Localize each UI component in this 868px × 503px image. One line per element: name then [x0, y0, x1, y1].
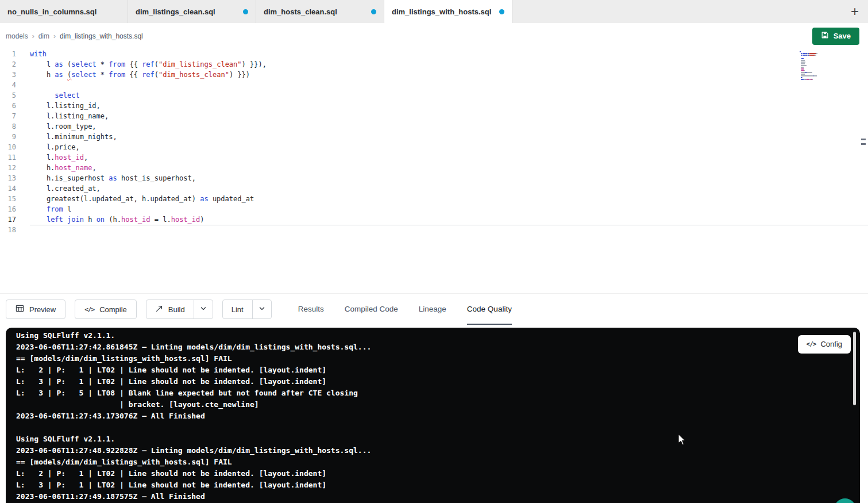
code-line[interactable] [30, 225, 868, 235]
line-number: 6 [0, 101, 16, 111]
terminal-line: L: 3 | P: 1 | LT02 | Line should not be … [16, 479, 850, 491]
terminal-line: == [models/dim/dim_listings_with_hosts.s… [16, 456, 850, 468]
build-dropdown-button[interactable] [194, 300, 213, 318]
new-tab-button[interactable]: + [842, 0, 868, 23]
save-icon [821, 31, 829, 41]
build-split-button: Build [146, 300, 213, 319]
tab-label: no_nulls_in_columns.sql [7, 7, 97, 16]
editor-tab[interactable]: dim_listings_with_hosts.sql [384, 0, 512, 23]
line-number: 11 [0, 152, 16, 163]
table-icon [16, 304, 24, 314]
terminal-line: 2023-06-06T11:27:42.861845Z — Linting mo… [16, 341, 850, 353]
code-line[interactable]: l.price, [30, 142, 868, 152]
line-number: 4 [0, 80, 16, 90]
compile-button[interactable]: </> Compile [75, 300, 137, 319]
code-line[interactable]: l.listing_name, [30, 111, 868, 121]
code-line[interactable]: h.is_superhost as host_is_superhost, [30, 173, 868, 183]
unsaved-dot-icon [371, 9, 376, 14]
tab-label: dim_hosts_clean.sql [264, 7, 337, 16]
line-number: 8 [0, 121, 16, 132]
line-number: 13 [0, 173, 16, 183]
panel-tab-results[interactable]: Results [298, 294, 324, 325]
build-button[interactable]: Build [146, 300, 194, 318]
panel-tab-code-quality[interactable]: Code Quality [467, 294, 512, 325]
code-line[interactable]: select [30, 90, 868, 101]
editor-tab[interactable]: dim_listings_clean.sql [128, 0, 256, 23]
code-line[interactable]: from l [30, 204, 868, 214]
terminal-line: L: 2 | P: 1 | LT02 | Line should not be … [16, 364, 850, 376]
unsaved-dot-icon [243, 9, 248, 14]
preview-label: Preview [29, 305, 56, 314]
code-editor[interactable]: 123456789101112131415161718 with l as (s… [0, 49, 868, 293]
preview-button[interactable]: Preview [6, 300, 65, 319]
chevron-down-icon [259, 304, 265, 314]
chevron-down-icon [200, 304, 207, 314]
code-line[interactable]: l.minimum_nights, [30, 132, 868, 142]
config-button[interactable]: </> Config [798, 335, 851, 354]
editor-code[interactable]: with l as (select * from {{ ref("dim_lis… [30, 49, 868, 293]
code-line[interactable]: h as (select * from {{ ref("dim_hosts_cl… [30, 70, 868, 80]
code-line[interactable]: l.host_id, [30, 152, 868, 163]
line-number: 7 [0, 111, 16, 121]
editor-tab[interactable]: dim_hosts_clean.sql [256, 0, 384, 23]
line-number: 15 [0, 194, 16, 204]
save-button[interactable]: Save [812, 28, 859, 45]
terminal-line: 2023-06-06T11:27:49.187575Z — All Finish… [16, 491, 850, 502]
lint-dropdown-button[interactable] [252, 300, 271, 318]
breadcrumb-separator: › [32, 32, 34, 40]
save-label: Save [834, 32, 851, 40]
terminal-line: L: 2 | P: 1 | LT02 | Line should not be … [16, 468, 850, 479]
tab-label: dim_listings_with_hosts.sql [392, 7, 491, 16]
terminal-line: 2023-06-06T11:27:43.173076Z — All Finish… [16, 410, 850, 422]
code-line[interactable]: l.room_type, [30, 121, 868, 132]
code-line[interactable] [30, 80, 868, 90]
panel-tabs: ResultsCompiled CodeLineageCode Quality [298, 294, 512, 325]
code-line[interactable]: l.listing_id, [30, 101, 868, 111]
breadcrumb-item[interactable]: dim [38, 32, 49, 40]
terminal-scrollbar[interactable] [853, 332, 856, 405]
terminal-output: Using SQLFluff v2.1.1.2023-06-06T11:27:4… [16, 330, 850, 502]
terminal-line: Using SQLFluff v2.1.1. [16, 433, 850, 445]
panel-tab-lineage[interactable]: Lineage [419, 294, 446, 325]
line-number: 16 [0, 204, 16, 214]
lint-label: Lint [232, 305, 244, 314]
line-number: 10 [0, 142, 16, 152]
config-label: Config [820, 339, 842, 350]
unsaved-dot-icon [499, 9, 504, 14]
editor-gutter: 123456789101112131415161718 [0, 49, 30, 293]
terminal-area: Using SQLFluff v2.1.1.2023-06-06T11:27:4… [0, 325, 868, 503]
panel-tab-compiled-code[interactable]: Compiled Code [345, 294, 398, 325]
line-number: 17 [0, 214, 16, 225]
code-line[interactable]: left join h on (h.host_id = l.host_id) [30, 214, 868, 225]
editor-scrollbar-marker[interactable] [861, 139, 866, 148]
line-number: 5 [0, 90, 16, 101]
code-line[interactable]: greatest(l.updated_at, h.updated_at) as … [30, 194, 868, 204]
code-line[interactable]: l as (select * from {{ ref("dim_listings… [30, 59, 868, 70]
terminal-line [16, 422, 850, 433]
dbt-ide-window: no_nulls_in_columns.sqldim_listings_clea… [0, 0, 868, 503]
line-number: 9 [0, 132, 16, 142]
rocket-icon [155, 305, 163, 314]
build-label: Build [168, 305, 185, 314]
terminal-line: Using SQLFluff v2.1.1. [16, 330, 850, 341]
tab-bar: no_nulls_in_columns.sqldim_listings_clea… [0, 0, 868, 23]
editor-minimap[interactable] [800, 51, 843, 82]
terminal-line: 2023-06-06T11:27:48.922828Z — Linting mo… [16, 445, 850, 456]
lint-button[interactable]: Lint [223, 300, 252, 318]
code-line[interactable]: with [30, 49, 868, 59]
breadcrumb-separator: › [53, 32, 56, 40]
compile-label: Compile [99, 305, 127, 314]
code-line[interactable]: l.created_at, [30, 183, 868, 194]
lint-split-button: Lint [222, 300, 272, 319]
editor-tab[interactable]: no_nulls_in_columns.sql [0, 0, 128, 23]
line-number: 1 [0, 49, 16, 59]
breadcrumb: models›dim›dim_listings_with_hosts.sql [6, 32, 143, 40]
code-line[interactable]: h.host_name, [30, 163, 868, 173]
tab-strip: no_nulls_in_columns.sqldim_listings_clea… [0, 0, 512, 23]
line-number: 14 [0, 183, 16, 194]
code-icon: </> [84, 306, 94, 313]
breadcrumb-item[interactable]: dim_listings_with_hosts.sql [60, 32, 143, 40]
breadcrumb-item[interactable]: models [6, 32, 28, 40]
editor-toolbar: Preview </> Compile Build Lint [0, 293, 868, 325]
terminal-line: | bracket. [layout.cte_newline] [16, 399, 850, 410]
